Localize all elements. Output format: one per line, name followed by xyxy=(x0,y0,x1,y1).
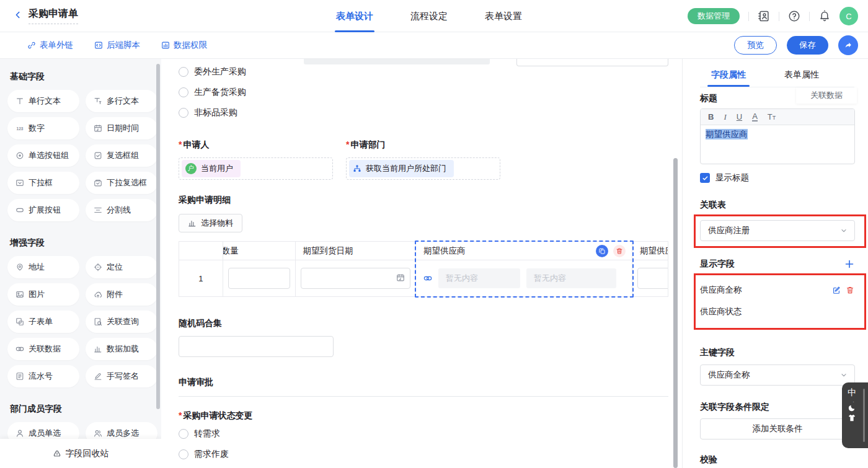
section-member-fields: 部门成员字段 xyxy=(10,404,151,415)
date-input[interactable] xyxy=(301,268,410,289)
canvas-scrollbar[interactable] xyxy=(673,158,678,468)
dark-mode-toggle[interactable] xyxy=(848,404,868,412)
language-toggle[interactable]: 中 xyxy=(848,387,868,397)
font-size-button[interactable]: TT xyxy=(768,112,776,121)
share-icon xyxy=(844,41,852,50)
expected-date-column[interactable]: 期望到货日期 xyxy=(295,242,415,296)
primary-key-dropdown[interactable]: 供应商全称 xyxy=(700,364,855,386)
field-radio-group[interactable]: 单选按钮组 xyxy=(7,144,79,167)
back-button[interactable] xyxy=(14,11,22,21)
field-datetime[interactable]: 日期时间 xyxy=(86,117,157,139)
contact-book-icon[interactable] xyxy=(758,10,770,22)
underline-button[interactable]: U xyxy=(737,112,742,121)
quantity-column[interactable]: 数量 xyxy=(223,242,295,296)
field-image[interactable]: 图片 xyxy=(7,283,79,306)
bold-button[interactable]: B xyxy=(708,112,714,121)
radio-icon[interactable] xyxy=(179,67,188,77)
tab-form-design[interactable]: 表单设计 xyxy=(335,0,374,32)
field-related-query[interactable]: 关联查询 xyxy=(86,311,157,333)
font-color-button[interactable]: A xyxy=(752,112,758,121)
field-related-data[interactable]: 关联数据 xyxy=(7,338,79,360)
clipped-field-remnant xyxy=(516,59,668,66)
copy-column-button[interactable] xyxy=(596,245,608,257)
field-multi-line-text[interactable]: 多行文本 xyxy=(86,90,157,112)
department-value-box[interactable]: 获取当前用户所处部门 xyxy=(346,157,500,180)
field-attachment[interactable]: 附件 xyxy=(86,283,157,306)
form-external-link[interactable]: 表单外链 xyxy=(27,40,73,51)
field-divider[interactable]: 分割线 xyxy=(86,199,157,221)
field-checkbox-group[interactable]: 复选框组 xyxy=(86,144,157,167)
target-icon xyxy=(94,263,102,272)
radio-icon[interactable] xyxy=(179,87,188,97)
field-select[interactable]: 下拉框 xyxy=(7,172,79,194)
title-rich-editor[interactable]: B I U A TT 期望供应商 xyxy=(700,108,855,164)
radio-icon[interactable] xyxy=(179,429,188,439)
current-user-chip-label: 当前用户 xyxy=(201,163,233,174)
field-multi-select[interactable]: 下拉复选框 xyxy=(86,172,157,194)
related-table-dropdown[interactable]: 供应商注册 xyxy=(700,220,855,241)
italic-button[interactable]: I xyxy=(724,112,726,122)
show-title-row[interactable]: 显示标题 xyxy=(700,172,854,183)
radio-option[interactable]: 转需求 xyxy=(179,428,668,439)
field-recycle-bin[interactable]: 字段回收站 xyxy=(0,439,161,468)
tab-flow-setting[interactable]: 流程设定 xyxy=(409,0,449,32)
applicant-field[interactable]: 申请人 户 当前用户 xyxy=(179,139,333,180)
title-editor-body[interactable]: 期望供应商 xyxy=(701,125,854,164)
edit-field-icon[interactable] xyxy=(832,286,841,294)
add-display-field-button[interactable] xyxy=(844,259,854,269)
field-subform[interactable]: 子表单 xyxy=(7,311,79,333)
display-field-row[interactable]: 供应商全称 xyxy=(700,283,854,298)
expected-supplier-column-2[interactable]: 期望供应商 xyxy=(632,242,668,296)
quantity-input[interactable] xyxy=(228,268,290,289)
field-location[interactable]: 定位 xyxy=(86,256,157,278)
save-button[interactable]: 保存 xyxy=(787,36,828,55)
bell-icon[interactable] xyxy=(818,10,831,22)
radio-option[interactable]: 需求作废 xyxy=(179,449,668,460)
tab-form-properties[interactable]: 表单属性 xyxy=(784,69,819,87)
image-icon xyxy=(16,290,24,299)
field-address[interactable]: 地址 xyxy=(7,256,79,278)
radio-icon[interactable] xyxy=(179,108,188,118)
field-extend-button[interactable]: 扩展按钮 xyxy=(7,199,79,221)
field-number[interactable]: 123数字 xyxy=(7,117,79,139)
tab-form-setting[interactable]: 表单设置 xyxy=(484,0,523,32)
data-permission-link[interactable]: 数据权限 xyxy=(161,40,207,51)
share-button[interactable] xyxy=(838,35,858,55)
user-avatar[interactable]: C xyxy=(839,7,858,25)
sidebar-scrollbar[interactable] xyxy=(156,64,160,409)
field-data-load[interactable]: 数据加载 xyxy=(86,338,157,360)
field-single-line-text[interactable]: 单行文本 xyxy=(7,90,79,112)
serial-icon xyxy=(16,372,24,381)
radio-option[interactable]: 生产备货采购 xyxy=(179,87,668,98)
chevron-down-icon xyxy=(839,371,848,379)
radio-option[interactable]: 非标品采购 xyxy=(179,107,668,118)
field-serial-number[interactable]: 流水号 xyxy=(7,365,79,387)
display-field-row[interactable]: 供应商状态 xyxy=(700,304,854,319)
theme-skin-toggle[interactable] xyxy=(848,413,868,422)
delete-field-icon[interactable] xyxy=(846,286,854,294)
radio-label: 生产备货采购 xyxy=(194,87,246,98)
supplier-input-clipped[interactable] xyxy=(637,268,668,289)
row-index-cell: 1 xyxy=(179,260,223,296)
backend-script-link[interactable]: 后端脚本 xyxy=(94,40,140,51)
help-icon[interactable] xyxy=(788,10,800,22)
related-data-icon[interactable] xyxy=(423,274,432,283)
random-code-input[interactable] xyxy=(179,336,334,357)
select-material-button[interactable]: 选择物料 xyxy=(179,214,242,232)
delete-column-button[interactable] xyxy=(613,245,626,257)
show-title-checkbox[interactable] xyxy=(700,173,710,183)
radio-option[interactable]: 委外生产采购 xyxy=(179,66,668,77)
annotation-box-display-fields: 供应商全称 供应商状态 xyxy=(694,273,866,330)
radio-icon[interactable] xyxy=(179,449,188,459)
page-title[interactable]: 采购申请单 xyxy=(29,7,78,24)
department-field[interactable]: 申请部门 获取当前用户所处部门 xyxy=(346,139,500,180)
data-manage-button[interactable]: 数据管理 xyxy=(688,8,740,24)
calendar-icon[interactable] xyxy=(396,273,405,282)
tab-field-properties[interactable]: 字段属性 xyxy=(711,69,746,87)
display-field-name: 供应商全称 xyxy=(700,285,742,296)
add-condition-button[interactable]: 添加关联条件 xyxy=(700,418,855,439)
field-signature[interactable]: 手写签名 xyxy=(86,365,157,387)
preview-button[interactable]: 预览 xyxy=(734,36,777,55)
expected-supplier-column-selected[interactable]: 期望供应商 暂无内容 暂无内容 xyxy=(415,242,632,296)
applicant-value-box[interactable]: 户 当前用户 xyxy=(179,157,333,180)
